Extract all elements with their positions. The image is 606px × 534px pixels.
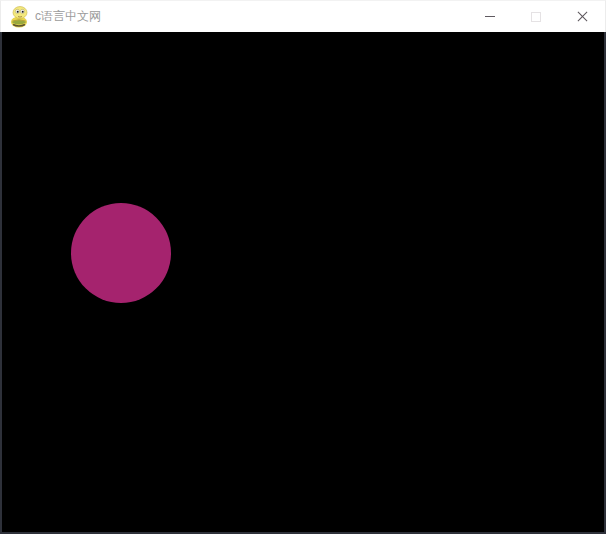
maximize-button (513, 1, 559, 33)
minimize-button[interactable] (467, 1, 513, 33)
caption-buttons (467, 1, 605, 33)
circle (71, 203, 171, 303)
close-icon (577, 11, 588, 22)
pygame-snake-icon (9, 6, 29, 28)
game-canvas[interactable] (0, 32, 606, 534)
app-window: c语言中文网 (0, 0, 606, 534)
minimize-icon (485, 16, 495, 17)
window-title: c语言中文网 (35, 8, 467, 25)
maximize-icon (531, 12, 541, 22)
titlebar[interactable]: c语言中文网 (0, 0, 606, 32)
close-button[interactable] (559, 1, 605, 33)
